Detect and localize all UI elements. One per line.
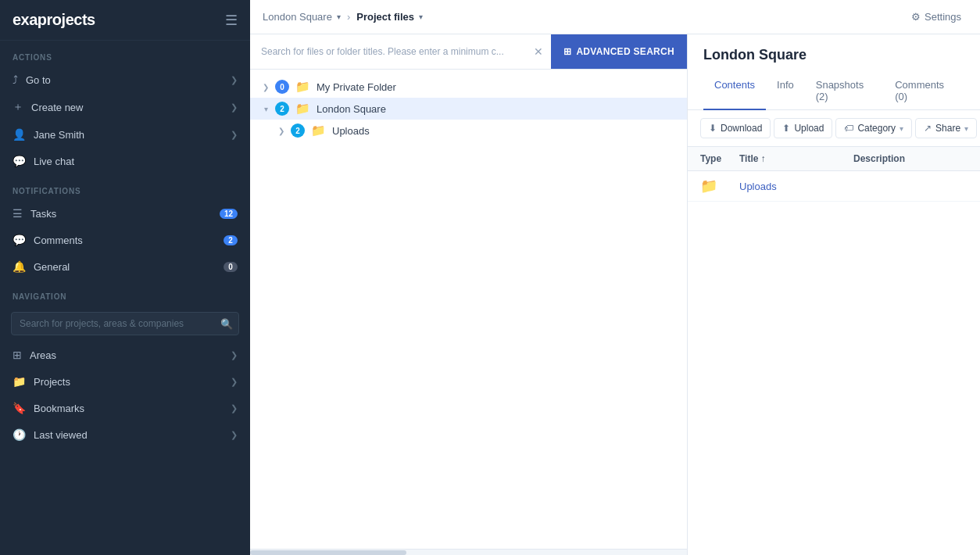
breadcrumb-current[interactable]: Project files xyxy=(356,11,414,23)
share-label: Share xyxy=(935,123,960,134)
last-viewed-icon: 🕐 xyxy=(13,428,26,441)
sidebar-item-live-chat[interactable]: 💬 Live chat xyxy=(0,148,250,174)
live-chat-label: Live chat xyxy=(34,156,74,167)
main-content: London Square ▾ › Project files ▾ ⚙ Sett… xyxy=(250,0,980,555)
projects-chevron: ❯ xyxy=(231,377,238,387)
bookmarks-label: Bookmarks xyxy=(34,403,84,414)
share-icon: ↗ xyxy=(924,123,932,134)
upload-button[interactable]: ⬆ Upload xyxy=(774,118,832,138)
sidebar: exaprojects ☰ ACTIONS ⤴ Go to ❯ ＋ Create… xyxy=(0,0,250,555)
breadcrumb-separator: › xyxy=(347,11,350,23)
sidebar-item-areas[interactable]: ⊞ Areas ❯ xyxy=(0,342,250,368)
explorer-container: ✕ ⊞ ADVANCED SEARCH ❯ 0 📁 My Private Fol… xyxy=(250,34,980,555)
category-label: Category xyxy=(857,123,896,134)
tree-label-my-private-folder: My Private Folder xyxy=(317,81,396,93)
notifications-section-label: NOTIFICATIONS xyxy=(0,174,250,200)
general-icon: 🔔 xyxy=(13,260,26,273)
file-search-bar: ✕ ⊞ ADVANCED SEARCH xyxy=(250,34,687,70)
download-icon: ⬇ xyxy=(709,123,717,134)
table-header: Type Title ↑ Description xyxy=(688,147,980,171)
category-dropdown-icon: ▾ xyxy=(900,124,903,133)
title-column-label: Title xyxy=(739,153,758,164)
horizontal-scrollbar[interactable] xyxy=(250,549,687,555)
search-clear-button[interactable]: ✕ xyxy=(526,39,551,64)
share-button[interactable]: ↗ Share ▾ xyxy=(915,118,977,138)
breadcrumb-current-dropdown[interactable]: ▾ xyxy=(419,13,423,21)
comments-badge: 2 xyxy=(224,235,238,245)
expand-icon-my-private-folder: ❯ xyxy=(259,83,272,91)
goto-icon: ⤴ xyxy=(13,73,18,86)
tree-panel: ✕ ⊞ ADVANCED SEARCH ❯ 0 📁 My Private Fol… xyxy=(250,34,688,555)
settings-button[interactable]: ⚙ Settings xyxy=(905,8,967,26)
menu-icon[interactable]: ☰ xyxy=(225,12,238,29)
tab-contents[interactable]: Contents xyxy=(703,73,766,110)
detail-panel: London Square Contents Info Snapshots (2… xyxy=(688,34,980,555)
title-sort-icon[interactable]: ↑ xyxy=(760,153,765,164)
upload-icon: ⬆ xyxy=(782,123,790,134)
sidebar-item-bookmarks[interactable]: 🔖 Bookmarks ❯ xyxy=(0,395,250,421)
table-row[interactable]: 📁 Uploads xyxy=(688,171,980,202)
tab-info[interactable]: Info xyxy=(766,73,805,110)
breadcrumb-root[interactable]: London Square xyxy=(263,11,332,23)
last-viewed-label: Last viewed xyxy=(34,429,88,441)
navigation-section-label: NAVIGATION xyxy=(0,280,250,306)
advanced-search-label: ADVANCED SEARCH xyxy=(576,46,674,57)
tasks-icon: ☰ xyxy=(13,207,23,220)
tree-node-uploads[interactable]: ❯ 2 📁 Uploads xyxy=(250,120,687,141)
jane-chevron: ❯ xyxy=(231,130,238,140)
areas-icon: ⊞ xyxy=(13,349,22,361)
folder-icon-my-private-folder: 📁 xyxy=(295,80,310,94)
create-icon: ＋ xyxy=(13,100,23,114)
comments-icon: 💬 xyxy=(13,234,26,246)
download-button[interactable]: ⬇ Download xyxy=(700,118,771,138)
folder-icon-london-square: 📁 xyxy=(295,102,310,116)
detail-toolbar: ⬇ Download ⬆ Upload 🏷 Category ▾ ↗ Share… xyxy=(688,110,980,147)
sidebar-item-last-viewed[interactable]: 🕐 Last viewed ❯ xyxy=(0,421,250,448)
sidebar-item-create-new[interactable]: ＋ Create new ❯ xyxy=(0,93,250,121)
sidebar-item-tasks[interactable]: ☰ Tasks 12 xyxy=(0,200,250,227)
chat-icon: 💬 xyxy=(13,155,26,167)
breadcrumb-root-dropdown[interactable]: ▾ xyxy=(337,13,341,21)
tab-snapshots[interactable]: Snapshots (2) xyxy=(805,73,884,110)
settings-icon: ⚙ xyxy=(911,11,921,23)
category-button[interactable]: 🏷 Category ▾ xyxy=(835,118,912,138)
sidebar-logo-bar: exaprojects ☰ xyxy=(0,0,250,41)
nav-search-input[interactable] xyxy=(11,312,239,335)
goto-chevron: ❯ xyxy=(231,75,238,85)
top-bar: London Square ▾ › Project files ▾ ⚙ Sett… xyxy=(250,0,980,34)
tasks-label: Tasks xyxy=(30,208,56,220)
general-badge: 0 xyxy=(224,262,238,272)
download-label: Download xyxy=(721,123,762,134)
horizontal-scrollbar-thumb[interactable] xyxy=(250,550,406,555)
tab-comments[interactable]: Comments (0) xyxy=(884,73,964,110)
tree-node-london-square[interactable]: ▾ 2 📁 London Square xyxy=(250,98,687,120)
file-search-input[interactable] xyxy=(250,37,526,66)
sidebar-item-comments[interactable]: 💬 Comments 2 xyxy=(0,227,250,253)
category-icon: 🏷 xyxy=(844,123,853,134)
cell-title: Uploads xyxy=(739,181,853,192)
sidebar-item-jane-smith[interactable]: 👤 Jane Smith ❯ xyxy=(0,121,250,148)
actions-section-label: ACTIONS xyxy=(0,41,250,66)
expand-icon-uploads: ❯ xyxy=(275,127,288,135)
create-label: Create new xyxy=(31,102,83,113)
projects-label: Projects xyxy=(34,376,70,388)
tree-label-london-square: London Square xyxy=(317,103,386,115)
sidebar-item-general[interactable]: 🔔 General 0 xyxy=(0,253,250,280)
general-label: General xyxy=(34,261,70,273)
upload-label: Upload xyxy=(794,123,824,134)
app-logo: exaprojects xyxy=(13,11,95,29)
sidebar-item-projects[interactable]: 📁 Projects ❯ xyxy=(0,368,250,395)
goto-label: Go to xyxy=(26,74,51,86)
tasks-badge: 12 xyxy=(220,209,238,219)
column-title: Title ↑ xyxy=(739,153,853,164)
detail-title: London Square xyxy=(703,47,964,63)
badge-my-private-folder: 0 xyxy=(275,80,289,94)
sidebar-item-go-to[interactable]: ⤴ Go to ❯ xyxy=(0,66,250,93)
row-title-link[interactable]: Uploads xyxy=(739,181,777,192)
advanced-search-button[interactable]: ⊞ ADVANCED SEARCH xyxy=(551,34,687,69)
column-type: Type xyxy=(700,153,739,164)
tree-node-my-private-folder[interactable]: ❯ 0 📁 My Private Folder xyxy=(250,76,687,98)
user-icon: 👤 xyxy=(13,128,26,141)
nav-search-icon: 🔍 xyxy=(220,318,233,330)
create-chevron: ❯ xyxy=(231,102,238,113)
